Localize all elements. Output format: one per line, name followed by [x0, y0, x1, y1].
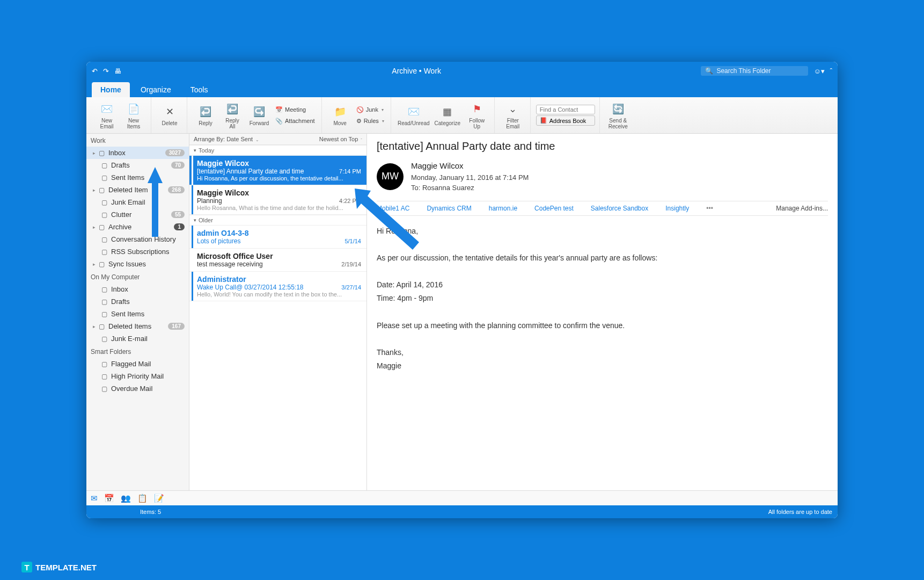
sidebar-item[interactable]: ▢Sent Items — [86, 171, 189, 184]
tab-organize[interactable]: Organize — [132, 82, 180, 97]
addin-link[interactable]: Dynamics CRM — [427, 205, 471, 212]
read-unread-button[interactable]: ✉️ Read/Unread — [397, 97, 431, 133]
folder-icon: ▢ — [100, 236, 108, 243]
sidebar-item[interactable]: ▢Clutter55 — [86, 208, 189, 221]
find-contact-input[interactable] — [536, 105, 595, 114]
sidebar-item[interactable]: ▢Conversation History — [86, 233, 189, 245]
junk-button[interactable]: 🚫Junk▾ — [354, 105, 386, 114]
folder-icon: ▢ — [98, 223, 105, 231]
tab-home[interactable]: Home — [92, 82, 130, 97]
filter-email-button[interactable]: ⌄ Filter Email — [500, 97, 526, 133]
reply-all-button[interactable]: ↩️ Reply All — [219, 97, 245, 133]
folder-icon: ▢ — [100, 199, 108, 206]
sidebar-item-label: Deleted Items — [108, 322, 151, 330]
sort-order-button[interactable]: Newest on Top ˆ — [319, 136, 362, 142]
sidebar-item-label: Deleted Item — [108, 186, 148, 194]
notes-view-icon[interactable]: 📝 — [154, 494, 164, 503]
group-header[interactable]: ▾Older — [189, 215, 366, 226]
sidebar-section-omc[interactable]: On My Computer — [86, 270, 189, 283]
sidebar-item-label: Clutter — [111, 211, 131, 219]
attachment-icon: 📎 — [275, 118, 283, 125]
new-items-button[interactable]: 📄 New Items — [121, 97, 146, 133]
mail-view-icon[interactable]: ✉ — [91, 494, 98, 503]
categorize-button[interactable]: ▦ Categorize — [432, 97, 463, 133]
chevron-right-icon: ▸ — [93, 150, 96, 156]
sidebar-item[interactable]: ▢Flagged Mail — [86, 358, 189, 370]
junk-icon: 🚫 — [356, 106, 364, 113]
sidebar-item-label: Archive — [108, 223, 131, 231]
search-box[interactable]: 🔍 Search This Folder — [701, 66, 808, 76]
message-item[interactable]: admin O14-3-8Lots of pictures5/1/14 — [189, 226, 366, 249]
sidebar-item[interactable]: ▸▢Deleted Items167 — [86, 320, 189, 332]
address-book-button[interactable]: 📕Address Book — [536, 115, 595, 126]
print-icon[interactable]: 🖶 — [114, 67, 121, 75]
message-item[interactable]: AdministratorWake Up Call@ 03/27/2014 12… — [189, 272, 366, 301]
forward-label: Forward — [250, 120, 269, 126]
addins-bar: Mobile1 ACDynamics CRMharmon.ieCodePen t… — [377, 201, 828, 216]
avatar: MW — [377, 163, 404, 190]
folder-icon: ▢ — [98, 149, 105, 157]
sidebar-item[interactable]: ▢Sent Items — [86, 308, 189, 320]
sidebar-item[interactable]: ▸▢Deleted Item268 — [86, 184, 189, 196]
redo-icon[interactable]: ↷ — [103, 67, 109, 75]
reply-icon: ↩️ — [198, 104, 213, 119]
folder-icon: ▢ — [100, 385, 108, 393]
sidebar-item[interactable]: ▢Inbox — [86, 283, 189, 295]
folder-icon: ▢ — [100, 286, 108, 293]
manage-addins-link[interactable]: Manage Add-ins... — [776, 205, 828, 212]
sidebar-item[interactable]: ▢High Priority Mail — [86, 370, 189, 382]
send-receive-button[interactable]: 🔄 Send & Receive — [605, 97, 631, 133]
send-receive-icon: 🔄 — [611, 102, 626, 117]
sidebar-item[interactable]: ▢Overdue Mail — [86, 382, 189, 395]
forward-button[interactable]: ↪️ Forward — [246, 97, 272, 133]
tasks-view-icon[interactable]: 📋 — [137, 494, 148, 503]
smiley-icon[interactable]: ☺▾ — [813, 67, 824, 75]
addin-link[interactable]: Mobile1 AC — [377, 205, 409, 212]
send-receive-label: Send & Receive — [608, 118, 628, 129]
undo-icon[interactable]: ↶ — [92, 67, 98, 75]
arrange-by-button[interactable]: Arrange By: Date Sent ⌄ — [194, 136, 259, 142]
sidebar-section-smart[interactable]: Smart Folders — [86, 345, 189, 358]
addins-more[interactable]: ••• — [706, 205, 713, 212]
sidebar-item[interactable]: ▸▢Archive1 — [86, 221, 189, 233]
search-icon: 🔍 — [705, 67, 713, 75]
body-line: Thanks, — [377, 346, 828, 359]
status-sync: All folders are up to date — [768, 509, 832, 515]
follow-up-button[interactable]: ⚑ Follow Up — [464, 97, 490, 133]
email-date: Monday, January 11, 2016 at 7:14 PM — [411, 172, 529, 183]
sidebar-item[interactable]: ▸▢Inbox3027 — [86, 147, 189, 159]
addin-link[interactable]: Salesforce Sandbox — [591, 205, 648, 212]
sidebar-section-work[interactable]: Work — [86, 134, 189, 147]
attachment-button[interactable]: 📎Attachment — [273, 117, 317, 126]
sidebar-item[interactable]: ▢RSS Subscriptions — [86, 245, 189, 258]
message-item[interactable]: Microsoft Office Usertest message receiv… — [189, 249, 366, 272]
tab-tools[interactable]: Tools — [182, 82, 217, 97]
meeting-button[interactable]: 📅Meeting — [273, 105, 317, 114]
flag-icon: ⚑ — [470, 102, 485, 117]
addin-link[interactable]: CodePen test — [534, 205, 574, 212]
rules-button[interactable]: ⚙Rules▾ — [354, 117, 386, 126]
message-subject: Lots of pictures — [197, 237, 240, 245]
sidebar-item[interactable]: ▢Junk Email — [86, 196, 189, 208]
new-email-button[interactable]: ✉️ New Email — [94, 97, 120, 133]
move-icon: 📁 — [333, 104, 348, 119]
message-item[interactable]: Maggie Wilcox[tentative] Annual Party da… — [189, 156, 366, 185]
sidebar-item[interactable]: ▢Drafts — [86, 295, 189, 308]
group-header[interactable]: ▾Today — [189, 145, 366, 156]
message-item[interactable]: Maggie WilcoxPlanning4:22 PMHello Rosann… — [189, 185, 366, 215]
sidebar-item[interactable]: ▢Drafts70 — [86, 159, 189, 171]
addin-link[interactable]: harmon.ie — [489, 205, 517, 212]
addin-link[interactable]: Insightly — [665, 205, 689, 212]
people-view-icon[interactable]: 👥 — [121, 494, 131, 503]
view-switcher: ✉ 📅 👥 📋 📝 — [86, 490, 838, 505]
message-time: 2/19/14 — [341, 261, 361, 267]
count-badge: 55 — [171, 211, 185, 218]
delete-button[interactable]: ✕ Delete — [157, 97, 182, 133]
calendar-view-icon[interactable]: 📅 — [104, 494, 114, 503]
reply-button[interactable]: ↩️ Reply — [193, 97, 218, 133]
body-line — [377, 306, 828, 319]
move-button[interactable]: 📁 Move — [327, 97, 353, 133]
sidebar-item[interactable]: ▢Junk E-mail — [86, 332, 189, 345]
sidebar-item[interactable]: ▸▢Sync Issues — [86, 258, 189, 270]
collapse-ribbon-icon[interactable]: ˆ — [830, 67, 832, 75]
